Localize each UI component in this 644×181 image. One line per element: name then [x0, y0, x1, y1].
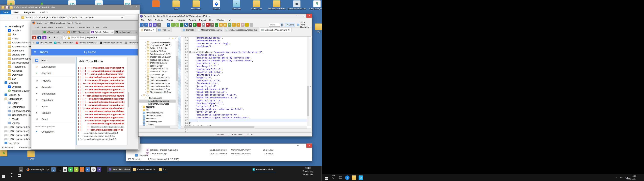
- debug-icon[interactable]: ✺: [188, 23, 192, 27]
- jar-item[interactable]: ›adcolony-2.3.6.jar: [139, 50, 176, 53]
- tab-close-icon[interactable]: ✕: [111, 31, 113, 33]
- save-icon[interactable]: ▦: [148, 23, 152, 27]
- sidebar-item-zurückgestellt[interactable]: ◷Zurückgestellt: [32, 64, 75, 70]
- taskbar-button-folder2[interactable]: E:\...: [158, 166, 168, 172]
- jar-item[interactable]: ›javax.inject-1.jar: [139, 73, 176, 76]
- jar-item[interactable]: ›chartboost-6.6.1.jar: [139, 62, 176, 64]
- taskbar-app-box-icon[interactable]: ▢: [19, 167, 23, 172]
- breadcrumb[interactable]: Dieser PC›VolumeE (E:)›Basic4android3›Pr…: [20, 16, 124, 20]
- tree-item-additional[interactable]: ›additional: [139, 106, 176, 108]
- overview-ruler[interactable]: [309, 36, 311, 126]
- forward-icon[interactable]: →: [6, 16, 10, 19]
- minimize-button[interactable]: –: [295, 144, 301, 148]
- code-line[interactable]: "applovin-sdk-6.3.2",: [189, 71, 307, 74]
- taskbar-button-adincubeex[interactable]: A AdincubeEx - B4A: [251, 166, 276, 172]
- jar-item[interactable]: ›AdBuddiz-3.1.11.jar: [139, 47, 176, 50]
- menu-search[interactable]: Search: [187, 19, 197, 22]
- run-icon[interactable]: ▶: [193, 23, 196, 27]
- editor-tab[interactable]: J*AdinCubeWrapper.java✕: [260, 28, 292, 32]
- jar-item[interactable]: ›AdinCube-Java-1.9.20.j: [139, 52, 176, 56]
- scrollbar[interactable]: [139, 126, 178, 128]
- url-bar[interactable]: ⓘ 🔒 https://inbox.google.com: [62, 35, 137, 40]
- quick-launch-b4a-icon[interactable]: ◆: [68, 167, 73, 172]
- breadcrumb-segment[interactable]: Adincube: [85, 16, 94, 19]
- view-tab-type-hierarchy[interactable]: Type H...: [156, 28, 172, 32]
- breadcrumb-segment[interactable]: VolumeE (E:): [37, 16, 50, 19]
- sidebar-item-inbox[interactable]: ▣Inbox: [32, 57, 75, 64]
- browser-tab[interactable]: ▲dd12712.kasse...✕: [66, 30, 90, 34]
- eclipse-window[interactable]: ≡ Java - Adincube/src/de/donmanfred/Adin…: [138, 14, 312, 136]
- jar-item[interactable]: ›play-services-tasks-9.4.: [139, 41, 176, 44]
- code-line[interactable]: "facebook-4.17.0",: [189, 82, 307, 85]
- bookmark-item[interactable]: AB4J - JSON Tree: [54, 42, 73, 44]
- tree-item-advancedwebview[interactable]: AdvancedWebview: [139, 111, 176, 114]
- folders-icon[interactable]: ▤: [224, 23, 227, 27]
- close-icon[interactable]: ✕: [288, 29, 290, 31]
- sidebar-item-kontakte[interactable]: ☻Kontakte: [32, 110, 75, 116]
- taskbar-button-eclipse[interactable]: ≡ Java - Adincube/sr...: [107, 166, 131, 172]
- tree-item-androidproviders[interactable]: AndroidProviders: [139, 114, 176, 117]
- menu-datei[interactable]: Datei: [32, 26, 40, 29]
- quick-launch-phone-icon[interactable]: ▯: [51, 167, 56, 172]
- jar-item[interactable]: ›exoplayer-r1.5.11.jar: [139, 67, 176, 70]
- code-line[interactable]: "javax.inject-1",: [189, 85, 307, 88]
- browser-tab[interactable]: ●akalongman/...✕: [114, 30, 138, 34]
- code-line[interactable]: "mopub-sdk-rewardedvideo-4.11.0",: [189, 96, 307, 99]
- save-all-icon[interactable]: ▥: [153, 23, 157, 27]
- quick-launch-android-icon[interactable]: ᴥ: [74, 167, 78, 172]
- breadcrumb-segment[interactable]: Basic4android3: [52, 16, 67, 19]
- desktop-icon-android-libs-github[interactable]: Android-libs-GitHub: [268, 0, 286, 10]
- sidebar-item-gespeichert[interactable]: ⚑Gespeichert: [32, 128, 75, 135]
- scrollbar[interactable]: [128, 57, 129, 145]
- menu-refactor[interactable]: Refactor: [154, 19, 165, 22]
- perspective-java[interactable]: J Java: [285, 23, 295, 27]
- jar-item[interactable]: ›mopub-volley-1.1.0.jar: [139, 88, 176, 91]
- code-line[interactable]: "onBannerAdLoaded()",: [189, 36, 307, 40]
- jar-item[interactable]: ›mopub-sdk-banner-4.1: [139, 76, 176, 79]
- code-line[interactable]: "chartboost-6.6.1",: [189, 74, 307, 76]
- code-line[interactable]: }): [189, 122, 307, 125]
- code-line[interactable]: "com.google.android.gms:play-services-ad…: [189, 56, 307, 59]
- pinned-tab[interactable]: [37, 30, 42, 34]
- quick-launch-v-app-icon[interactable]: Ⓥ: [91, 167, 96, 172]
- code-line[interactable]: "onAdShown()": [189, 45, 307, 48]
- sidebar-item-gesendet[interactable]: ▶Gesendet: [32, 84, 75, 90]
- code-line[interactable]: "vungle-publisher-adaptive-id-4.0.3",: [189, 108, 307, 110]
- desktop-icon-misc[interactable]: ☻: [0, 150, 7, 156]
- tree-item-src[interactable]: ⌄src: [139, 94, 176, 97]
- maximize-button[interactable]: □: [301, 14, 306, 18]
- taskbar-button-firefox[interactable]: Inbox – msy1912@...: [25, 166, 51, 172]
- sidebar-item-netzwerk[interactable]: ⌁ Netzwerk: [135, 154, 148, 156]
- tree-item-libs[interactable]: ›libs: [139, 108, 176, 112]
- close-button[interactable]: ✕: [306, 14, 312, 18]
- quick-launch-notepad-icon[interactable]: ▤: [63, 167, 67, 172]
- check-icon[interactable]: ✓: [180, 23, 184, 27]
- fetch-icon[interactable]: ⇟: [232, 23, 236, 27]
- sidebar-item-spam[interactable]: !Spam: [32, 103, 75, 110]
- tab-close-icon[interactable]: ✕: [87, 31, 89, 33]
- code-line[interactable]: }): [189, 48, 307, 51]
- menu-extras[interactable]: Extras: [92, 26, 100, 29]
- jar-item[interactable]: ›applovin-sdk-6.3.2.jar: [139, 58, 176, 62]
- gap-icon[interactable]: [162, 23, 166, 27]
- home-icon[interactable]: ⌂: [33, 42, 34, 44]
- stop-icon[interactable]: ■: [202, 23, 205, 27]
- tree-item-de-donmanfred[interactable]: ⌄de.donmanfred: [139, 97, 176, 100]
- jar-item[interactable]: ›StartAppInApp-3.5.1.jar: [139, 91, 176, 94]
- jar-item[interactable]: ›mopub-sdk-interstitial-: [139, 82, 176, 85]
- code-line[interactable]: "com.android.support:support-annotations…: [189, 116, 307, 119]
- start-button[interactable]: [1, 173, 6, 178]
- desktop-icon-android-sdk[interactable]: android-sdk: [247, 0, 266, 10]
- action-center-icon[interactable]: [638, 176, 643, 181]
- open-type-icon[interactable]: ▤: [219, 23, 223, 27]
- cortana-button[interactable]: [331, 175, 336, 180]
- code-line[interactable]: @DependsOn(values={"com.android.support:…: [189, 51, 307, 54]
- menu-source[interactable]: Source: [165, 19, 175, 22]
- print-icon[interactable]: ≡: [157, 23, 161, 27]
- file-row[interactable]: ▤braintree_android-master.zip26.11.2016 …: [146, 148, 309, 152]
- b4a-install-icon[interactable]: ⇩: [171, 23, 175, 27]
- breadcrumb-segment[interactable]: Libs: [79, 16, 83, 19]
- desktop-icon-donmanfredtool-exe[interactable]: ▣DonManfredTool.exe: [288, 0, 306, 10]
- ribbon-tab-start[interactable]: Start: [11, 10, 22, 14]
- clock[interactable]: 18:28 09.02.2017: [626, 175, 636, 180]
